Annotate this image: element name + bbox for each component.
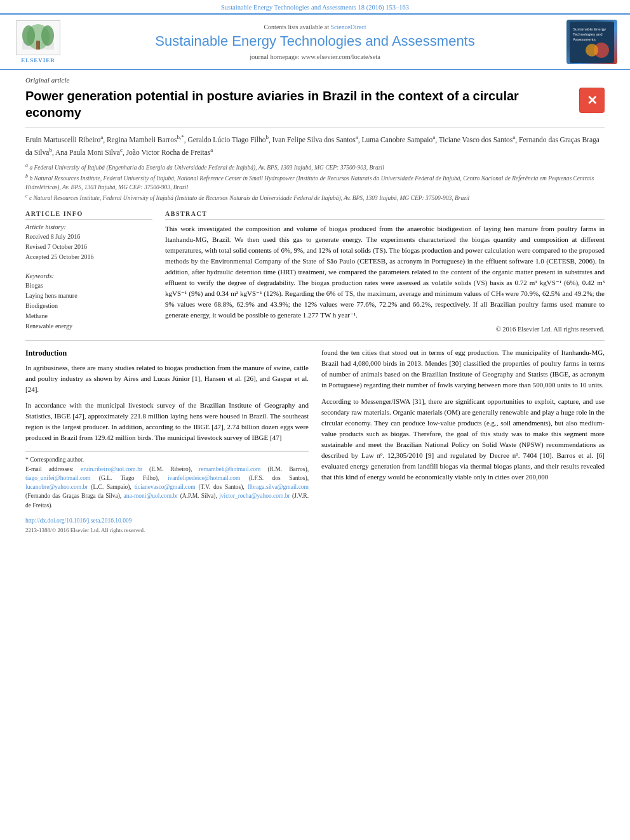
journal-logo-right: Sustainable Energy Technologies and Asse…	[566, 20, 617, 64]
keyword-methane: Methane	[25, 311, 152, 321]
article-info: ARTICLE INFO Article history: Received 8…	[25, 210, 152, 333]
email6-link[interactable]: ticianevasco@gmail.com	[135, 484, 196, 490]
body-two-col: Introduction In agribusiness, there are …	[25, 347, 605, 535]
crossmark-logo: ✕	[579, 88, 605, 113]
intro-para2: In accordance with the municipal livesto…	[25, 400, 309, 443]
journal-title-block: Contents lists available at ScienceDirec…	[70, 23, 560, 60]
keyword-laying-hens: Laying hens manure	[25, 291, 152, 301]
svg-rect-4	[36, 41, 40, 50]
email1-link[interactable]: eruin.ribeiro@uol.com.br	[81, 466, 142, 472]
affiliation-a: a a Federal University of Itajubá (Engen…	[25, 162, 605, 172]
email2-link[interactable]: remambeli@hotmail.com	[199, 466, 260, 472]
svg-point-3	[41, 25, 54, 46]
keywords-label: Keywords:	[25, 272, 152, 279]
svg-text:Assessments: Assessments	[573, 37, 596, 41]
citation-bar: Sustainable Energy Technologies and Asse…	[0, 0, 630, 13]
svg-text:✕: ✕	[587, 93, 598, 107]
keyword-renewable: Renewable energy	[25, 321, 152, 331]
abstract-text: This work investigated the composition a…	[165, 223, 605, 321]
article-info-title: ARTICLE INFO	[25, 210, 152, 220]
email5-name: (L.C. Sampaio),	[91, 484, 131, 490]
revised-date: Revised 7 October 2016	[25, 242, 152, 252]
authors: Eruin Martuscelli Ribeiroa, Regina Mambe…	[25, 133, 605, 158]
email3-link[interactable]: tiago_unifei@hotmail.com	[25, 475, 90, 481]
affiliations: a a Federal University of Itajubá (Engen…	[25, 162, 605, 202]
email3-name: (G.L. Tiago Filho),	[99, 475, 159, 481]
svg-text:Sustainable Energy: Sustainable Energy	[573, 27, 606, 31]
keyword-biogas: Biogas	[25, 281, 152, 291]
paper-title: Power generation potential in posture av…	[25, 88, 573, 121]
received-date: Received 8 July 2016	[25, 232, 152, 242]
email1-name: (E.M. Ribeiro),	[149, 466, 192, 472]
abstract-title: ABSTRACT	[165, 210, 605, 220]
section-divider	[25, 340, 605, 341]
paper-title-section: Power generation potential in posture av…	[25, 88, 605, 128]
right-column: found the ten cities that stood out in t…	[321, 347, 605, 535]
email5-link[interactable]: lucanobre@yahoo.com.br	[25, 484, 88, 490]
history-label: Article history:	[25, 223, 152, 230]
doi-link[interactable]: http://dx.doi.org/10.1016/j.seta.2016.10…	[25, 517, 131, 524]
email2-name: (R.M. Barros),	[267, 466, 309, 472]
citation-text: Sustainable Energy Technologies and Asse…	[221, 4, 409, 11]
issn-line: 2213-1388/© 2016 Elsevier Ltd. All right…	[25, 526, 309, 535]
email4-name: (I.F.S. dos Santos),	[249, 475, 309, 481]
email4-link[interactable]: ivanfelipedeice@hotmail.com	[168, 475, 241, 481]
homepage-line: journal homepage: www.elsevier.com/locat…	[70, 53, 560, 60]
journal-main-title: Sustainable Energy Technologies and Asse…	[70, 33, 560, 50]
intro-para1: In agribusiness, there are many studies …	[25, 363, 309, 395]
email6-name: (T.V. dos Santos),	[199, 484, 245, 490]
journal-header: ELSEVIER Contents lists available at Sci…	[0, 13, 630, 70]
corresponding-note: * Corresponding author.	[25, 455, 309, 464]
contents-line: Contents lists available at ScienceDirec…	[70, 23, 560, 30]
emails-label: E-mail addresses:	[25, 466, 74, 472]
email8-name: (A.P.M. Silva),	[180, 493, 217, 499]
footnote-area: * Corresponding author. E-mail addresses…	[25, 451, 309, 535]
email7-link[interactable]: flbraga.silva@gmail.com	[248, 484, 309, 490]
article-type: Original article	[25, 76, 605, 84]
page-content: Original article Power generation potent…	[0, 70, 630, 548]
right-para1: found the ten cities that stood out in t…	[321, 347, 605, 390]
keyword-biodigestion: Biodigestion	[25, 301, 152, 311]
and-text: and	[260, 375, 270, 382]
email-addresses: E-mail addresses: eruin.ribeiro@uol.com.…	[25, 465, 309, 510]
affiliation-c: c c Natural Resources Institute, Federal…	[25, 192, 605, 203]
introduction-heading: Introduction	[25, 347, 309, 359]
right-para2: According to Messenger/ISWA [31], there …	[321, 396, 605, 483]
email9-link[interactable]: jvictor_rocha@yahoo.com.br	[219, 493, 290, 499]
elsevier-text: ELSEVIER	[21, 57, 55, 63]
elsevier-tree-logo	[16, 20, 60, 55]
svg-point-2	[22, 25, 35, 46]
email8-link[interactable]: ana-moni@uol.com.br	[124, 493, 178, 499]
accepted-date: Accepted 25 October 2016	[25, 252, 152, 262]
abstract-section: ABSTRACT This work investigated the comp…	[165, 210, 605, 333]
email7-name: (Fernando das Graças Braga da Silva),	[25, 493, 121, 499]
left-column: Introduction In agribusiness, there are …	[25, 347, 309, 535]
sciencedirect-link[interactable]: ScienceDirect	[330, 23, 366, 30]
doi-line: http://dx.doi.org/10.1016/j.seta.2016.10…	[25, 516, 309, 525]
affiliation-b: b b Natural Resources Institute, Federal…	[25, 173, 605, 192]
svg-point-10	[586, 44, 598, 57]
info-abstract-section: ARTICLE INFO Article history: Received 8…	[25, 210, 605, 333]
svg-text:Technologies and: Technologies and	[573, 32, 603, 36]
elsevier-logo-block: ELSEVIER	[13, 20, 64, 63]
copyright-line: © 2016 Elsevier Ltd. All rights reserved…	[165, 326, 605, 333]
